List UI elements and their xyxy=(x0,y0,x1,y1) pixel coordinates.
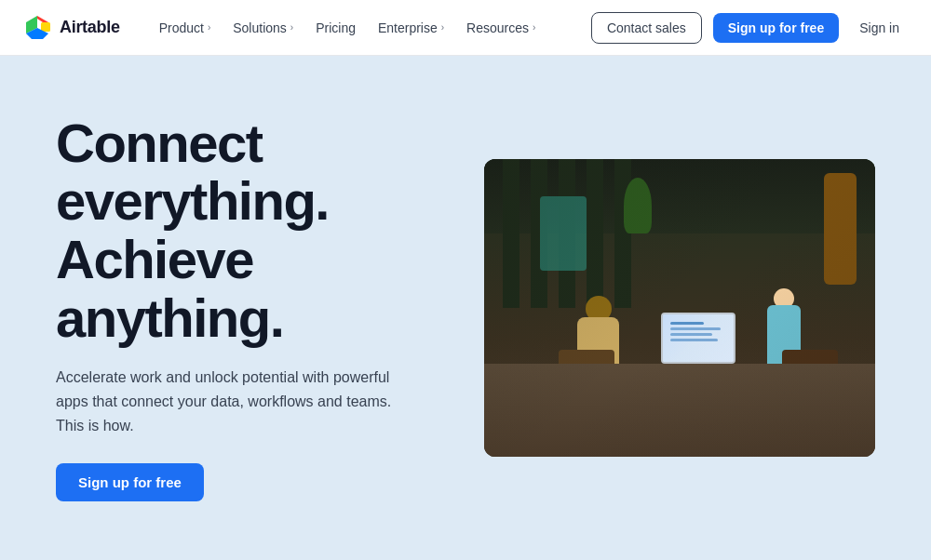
nav-item-product[interactable]: Product › xyxy=(150,15,221,41)
signin-button[interactable]: Sign in xyxy=(850,15,909,41)
nav-pricing-label: Pricing xyxy=(316,20,356,35)
svg-marker-0 xyxy=(37,16,48,22)
nav-solutions-label: Solutions xyxy=(233,20,287,35)
hero-section: Connect everything. Achieve anything. Ac… xyxy=(0,56,931,560)
hero-content: Connect everything. Achieve anything. Ac… xyxy=(56,114,428,501)
nav-product-label: Product xyxy=(159,20,204,35)
nav-item-enterprise[interactable]: Enterprise › xyxy=(369,15,453,41)
logo-text: Airtable xyxy=(60,18,120,37)
nav-enterprise-label: Enterprise xyxy=(378,20,438,35)
nav-resources-chevron-icon: › xyxy=(533,22,535,33)
contact-sales-button[interactable]: Contact sales xyxy=(591,12,702,44)
svg-rect-1 xyxy=(41,22,50,32)
nav-item-pricing[interactable]: Pricing xyxy=(306,15,365,41)
nav-enterprise-chevron-icon: › xyxy=(441,22,444,33)
hero-headline: Connect everything. Achieve anything. xyxy=(56,114,428,348)
signup-button-hero[interactable]: Sign up for free xyxy=(56,463,204,501)
navbar-nav: Product › Solutions › Pricing Enterprise… xyxy=(150,15,591,41)
navbar: Airtable Product › Solutions › Pricing E… xyxy=(0,0,931,56)
signup-button-nav[interactable]: Sign up for free xyxy=(713,13,839,43)
scene-decoration xyxy=(484,159,875,457)
hero-image xyxy=(484,159,875,457)
logo-link[interactable]: Airtable xyxy=(22,13,120,43)
nav-item-resources[interactable]: Resources › xyxy=(457,15,545,41)
nav-product-chevron-icon: › xyxy=(208,22,210,33)
nav-item-solutions[interactable]: Solutions › xyxy=(223,15,303,41)
nav-solutions-chevron-icon: › xyxy=(290,22,293,33)
hero-subtext: Accelerate work and unlock potential wit… xyxy=(56,366,410,437)
nav-resources-label: Resources xyxy=(466,20,529,35)
navbar-actions: Contact sales Sign up for free Sign in xyxy=(591,12,909,44)
hero-image-container xyxy=(484,159,875,457)
airtable-logo-icon xyxy=(22,13,52,43)
scene-overlay xyxy=(484,159,875,457)
